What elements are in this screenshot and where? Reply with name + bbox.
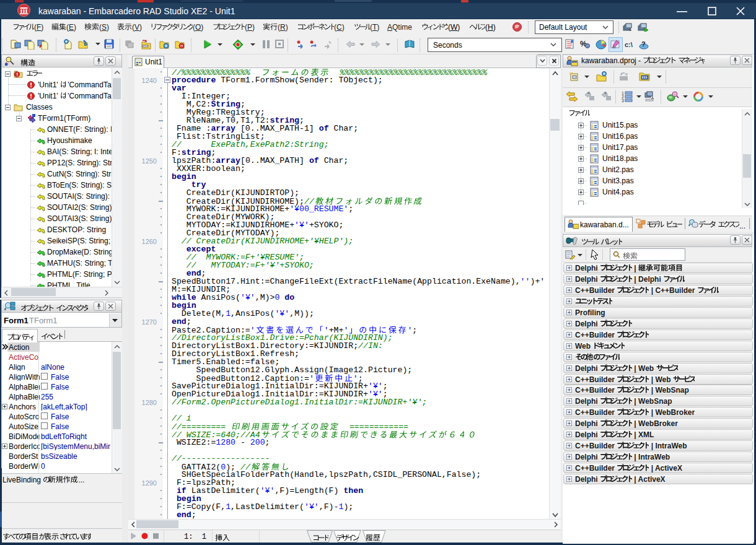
svg-text:c:\: c:\	[625, 41, 633, 48]
svg-text:3: 3	[622, 98, 624, 103]
svg-text:?: ?	[641, 40, 646, 48]
